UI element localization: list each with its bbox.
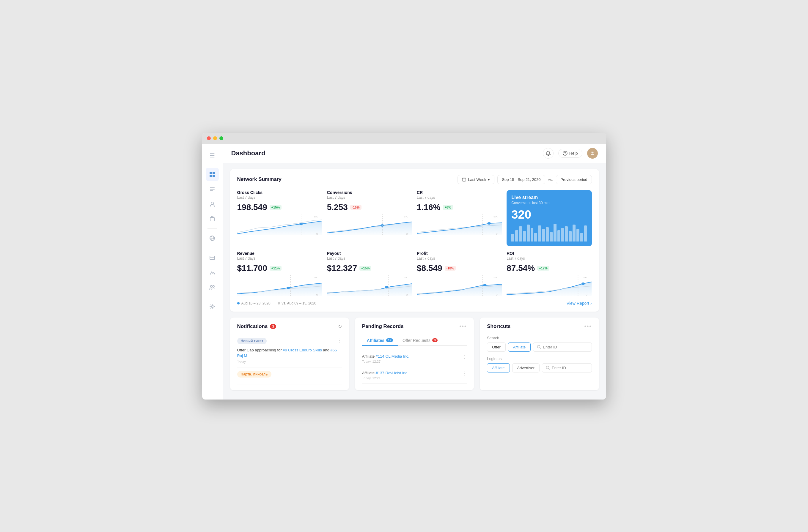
notifications-bell-button[interactable] <box>543 148 553 159</box>
revenue-value: $11.700 <box>237 264 267 273</box>
svg-text:0: 0 <box>586 293 588 296</box>
pending-item-2: Affiliate #137 RevHeist Inc. Today, 12:2… <box>362 367 467 384</box>
svg-text:5K: 5K <box>404 276 408 279</box>
affiliates-tab-badge: 12 <box>386 338 393 342</box>
pending-item-1-link[interactable]: #114 OL Media Inc. <box>376 354 409 359</box>
search-id-field[interactable] <box>543 345 567 349</box>
notif-text-1: Offer Cap approaching for #9 Cross Endur… <box>237 347 342 359</box>
tab-offer-requests[interactable]: Offer Requests 3 <box>398 336 442 346</box>
live-bar <box>546 227 549 241</box>
maximize-btn[interactable] <box>219 136 223 140</box>
live-bar <box>511 234 514 241</box>
login-buttons: Affiliate Advertiser <box>487 363 592 373</box>
dashboard-nav-icon[interactable] <box>206 168 219 181</box>
live-bar <box>531 228 534 241</box>
login-id-field[interactable] <box>552 366 575 370</box>
notif-tag-2: Партн. пиксель <box>237 371 271 378</box>
profit-metric: Profit Last 7 days $8.549 -18% <box>417 251 502 296</box>
svg-text:0: 0 <box>406 293 408 296</box>
notif-menu-1[interactable]: ⋮ <box>337 338 342 343</box>
svg-line-54 <box>540 348 541 349</box>
svg-text:0: 0 <box>496 293 498 296</box>
billing-nav-icon[interactable] <box>206 251 219 264</box>
sidebar: ☰ <box>202 144 223 400</box>
search-label: Search <box>487 336 592 340</box>
offers-nav-icon[interactable] <box>206 212 219 225</box>
payout-value: $12.327 <box>327 264 357 273</box>
svg-point-16 <box>212 306 213 307</box>
menu-icon[interactable]: ☰ <box>206 149 219 162</box>
campaigns-nav-icon[interactable] <box>206 266 219 279</box>
pending-records-header: Pending Records ••• <box>362 323 467 330</box>
pending-item-1-menu[interactable]: ⋮ <box>462 354 467 360</box>
conversions-chart: 5K 0 <box>327 214 412 235</box>
pending-item-2-menu[interactable]: ⋮ <box>462 371 467 376</box>
live-stream-card: Live stream Conversions last 30 min 320 <box>507 190 592 246</box>
refresh-icon[interactable]: ↻ <box>338 323 342 329</box>
divider-1 <box>207 228 217 229</box>
tab-affiliates[interactable]: Affiliates 12 <box>362 336 398 346</box>
reports-nav-icon[interactable] <box>206 183 219 196</box>
svg-rect-3 <box>213 175 215 177</box>
pending-item-1-text: Affiliate #114 OL Media Inc. <box>362 354 409 359</box>
search-icon-2 <box>546 366 550 370</box>
svg-point-55 <box>546 366 549 369</box>
legend-previous: vs. Aug 09 – 15, 2020 <box>278 301 316 305</box>
svg-point-45 <box>483 284 486 286</box>
chevron-down-icon: ▾ <box>488 177 490 182</box>
profit-value: $8.549 <box>417 264 442 273</box>
cr-metric: CR Last 7 days 1.16% +8% <box>417 190 502 246</box>
shortcuts-menu[interactable]: ••• <box>585 323 592 330</box>
notif-link-1[interactable]: #9 Cross Enduro Skills <box>283 348 322 352</box>
settings-nav-icon[interactable] <box>206 300 219 313</box>
revenue-metric: Revenue Last 7 days $11.700 +11% <box>237 251 322 296</box>
roi-chart: 5K 0 <box>507 276 592 296</box>
network-summary-header: Network Summary Last Week ▾ Sep 15 - Sep… <box>237 175 592 184</box>
search-shortcut: Search Offer Affiliate <box>487 336 592 352</box>
svg-point-41 <box>385 286 388 288</box>
advertiser-login-button[interactable]: Advertiser <box>512 363 540 373</box>
login-label: Login as <box>487 357 592 361</box>
previous-period-button[interactable]: Previous period <box>556 175 592 184</box>
affiliates-nav-icon[interactable] <box>206 197 219 211</box>
users-nav-icon[interactable] <box>206 281 219 294</box>
svg-point-33 <box>488 222 491 225</box>
main-content: Dashboard ? Help <box>223 144 606 400</box>
close-btn[interactable] <box>207 136 211 140</box>
view-report-button[interactable]: View Report › <box>567 301 592 306</box>
roi-badge: +17% <box>537 266 549 271</box>
svg-point-37 <box>287 287 290 289</box>
pending-item-2-link[interactable]: #137 RevHeist Inc. <box>376 371 408 375</box>
legend-current-label: Aug 16 – 23, 2020 <box>241 301 271 305</box>
live-bar <box>565 226 568 242</box>
pending-records-menu[interactable]: ••• <box>459 323 467 330</box>
cr-value: 1.16% <box>417 203 440 212</box>
svg-line-56 <box>549 368 550 370</box>
chart-legend: Aug 16 – 23, 2020 vs. Aug 09 – 15, 2020 <box>237 301 316 305</box>
avatar[interactable] <box>587 148 598 159</box>
pending-tabs: Affiliates 12 Offer Requests 3 <box>362 336 467 346</box>
legend-previous-label: vs. Aug 09 – 15, 2020 <box>282 301 316 305</box>
minimize-btn[interactable] <box>213 136 217 140</box>
vs-text: vs. <box>548 177 553 182</box>
svg-rect-21 <box>462 178 466 181</box>
revenue-badge: +11% <box>270 266 281 271</box>
live-bar <box>553 224 556 242</box>
profit-badge: -18% <box>445 266 456 271</box>
affiliate-search-button[interactable]: Affiliate <box>508 342 531 352</box>
gross-clicks-value: 198.549 <box>237 203 267 212</box>
affiliate-login-button[interactable]: Affiliate <box>487 363 510 373</box>
svg-rect-2 <box>209 175 212 177</box>
svg-rect-6 <box>210 190 213 191</box>
help-button[interactable]: ? Help <box>558 149 582 158</box>
live-bar <box>557 230 561 242</box>
gross-clicks-chart: 5K 0 <box>237 214 322 235</box>
offer-search-button[interactable]: Offer <box>487 342 506 352</box>
live-bar <box>519 226 522 242</box>
chevron-right-icon: › <box>590 301 592 306</box>
svg-text:0: 0 <box>406 232 408 235</box>
page-title: Dashboard <box>231 149 265 157</box>
globe-nav-icon[interactable] <box>206 232 219 245</box>
svg-point-7 <box>211 202 214 204</box>
date-range-button[interactable]: Last Week ▾ <box>458 175 494 184</box>
